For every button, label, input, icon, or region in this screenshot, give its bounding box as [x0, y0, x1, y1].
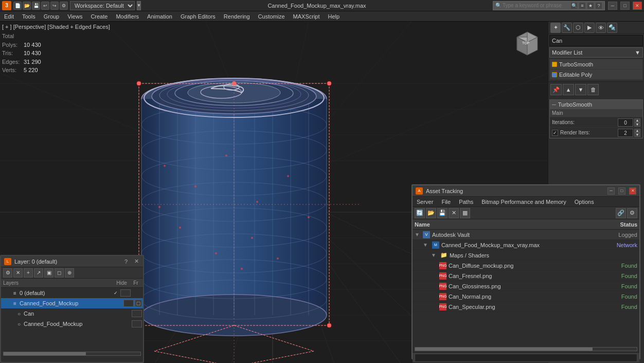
menu-rendering[interactable]: Rendering — [220, 11, 254, 21]
layers-titlebar: L Layer: 0 (default) ? ✕ — [1, 256, 143, 267]
menu-animation[interactable]: Animation — [143, 11, 176, 21]
lp-delete-btn[interactable]: ✕ — [13, 268, 23, 278]
minimize-btn[interactable]: ─ — [608, 2, 617, 10]
asset-menu-paths[interactable]: Paths — [455, 198, 477, 206]
rp-utilities-icon[interactable]: 🔩 — [607, 23, 617, 33]
undo-btn[interactable]: ↩ — [41, 2, 49, 10]
rp-display-icon[interactable]: 👁 — [596, 23, 606, 33]
mod-pin-btn[interactable]: 📌 — [550, 84, 562, 95]
maximize-btn[interactable]: □ — [620, 2, 630, 10]
layer-toggle-default[interactable] — [120, 289, 131, 297]
layer-row-canned-food[interactable]: ≡ Canned_Food_Mockup □ — [1, 298, 143, 308]
asset-tb-extra1[interactable]: 🔗 — [616, 208, 626, 218]
lp-invert-btn[interactable]: ⊕ — [65, 268, 74, 278]
asset-status-input[interactable] — [415, 354, 637, 362]
layer-toggle-cfm[interactable] — [132, 320, 142, 327]
rp-create-icon[interactable]: ✦ — [550, 23, 561, 33]
nav-cube[interactable]: TOP — [512, 27, 543, 58]
new-btn[interactable]: 📄 — [13, 2, 22, 10]
help-btn[interactable]: ? — [595, 2, 602, 9]
layers-scrollbar[interactable] — [3, 352, 141, 356]
close-btn[interactable]: ✕ — [633, 2, 642, 10]
modifier-list-dropdown[interactable]: Modifier List ▼ — [549, 47, 643, 58]
asset-diffuse-row[interactable]: PNG Can_Diffuse_mockup.png Found — [413, 261, 639, 271]
workspace-arrow[interactable]: ▼ — [137, 1, 141, 10]
ts-iterations-spinner[interactable]: 0 ▲ ▼ — [618, 118, 640, 127]
asset-menu-bitmap[interactable]: Bitmap Performance and Memory — [477, 198, 570, 206]
asset-vault-row[interactable]: ▼ V Autodesk Vault Logged — [413, 230, 639, 240]
asset-tb-refresh[interactable]: 🔄 — [415, 208, 425, 218]
menu-customize[interactable]: Customize — [254, 11, 289, 21]
asset-menu-server[interactable]: Server — [413, 198, 437, 206]
menu-group[interactable]: Group — [40, 11, 64, 21]
menu-create[interactable]: Create — [86, 11, 112, 21]
lp-move-to-btn[interactable]: ↗ — [34, 268, 43, 278]
asset-tb-extra2[interactable]: ⚙ — [627, 208, 637, 218]
rp-modify-icon[interactable]: 🔧 — [562, 23, 572, 33]
object-name-input[interactable] — [552, 38, 640, 44]
search-options-btn[interactable]: ≡ — [579, 2, 586, 9]
workspace-dropdown[interactable]: Workspace: Default — [70, 1, 135, 10]
layer-check-canned[interactable] — [115, 300, 122, 307]
asset-fresnel-row[interactable]: PNG Can_Fresnel.png Found — [413, 271, 639, 281]
asset-menu-file[interactable]: File — [437, 198, 455, 206]
layer-box-canned[interactable]: □ — [135, 300, 142, 307]
rp-hierarchy-icon[interactable]: ⬡ — [573, 23, 583, 33]
ts-render-iters-spinner[interactable]: 2 ▲ ▼ — [618, 129, 640, 137]
redo-btn[interactable]: ↪ — [50, 2, 59, 10]
mod-move-down-btn[interactable]: ▼ — [575, 84, 586, 95]
ts-iterations-up[interactable]: ▲ — [634, 118, 640, 123]
search-btn[interactable]: 🔍 — [570, 2, 578, 9]
ts-render-iters-arrows[interactable]: ▲ ▼ — [634, 129, 640, 137]
ts-render-iters-checkbox[interactable]: ✓ — [552, 130, 558, 136]
layer-row-default[interactable]: ≡ 0 (default) ✓ — [1, 288, 143, 298]
lp-select-all-btn[interactable]: ▣ — [44, 268, 53, 278]
asset-maxfile-row[interactable]: ▼ M Canned_Food_Mockup_max_vray.max Netw… — [413, 240, 639, 250]
menu-tools[interactable]: Tools — [18, 11, 40, 21]
asset-normal-row[interactable]: PNG Can_Normal.png Found — [413, 291, 639, 302]
asset-close-btn[interactable]: ✕ — [629, 187, 636, 195]
lp-deselect-btn[interactable]: ◻ — [55, 268, 64, 278]
rp-motion-icon[interactable]: ▶ — [584, 23, 595, 33]
asset-scrollbar[interactable] — [415, 347, 637, 351]
ts-render-iters-up[interactable]: ▲ — [634, 129, 640, 133]
layer-row-cfm-obj[interactable]: ○ Canned_Food_Mockup — [1, 319, 143, 329]
open-btn[interactable]: 📂 — [23, 2, 31, 10]
asset-menu-options[interactable]: Options — [570, 198, 598, 206]
layer-toggle-canned[interactable] — [123, 300, 134, 307]
asset-minimize-btn[interactable]: ─ — [607, 187, 615, 195]
layers-help-btn[interactable]: ? — [124, 258, 128, 265]
layer-row-can[interactable]: ○ Can — [1, 308, 143, 319]
layer-check-default[interactable]: ✓ — [112, 289, 119, 297]
mod-move-up-btn[interactable]: ▲ — [563, 84, 574, 95]
search-input[interactable] — [503, 3, 569, 8]
menu-modifiers[interactable]: Modifiers — [112, 11, 143, 21]
ts-render-iters-down[interactable]: ▼ — [634, 133, 640, 137]
menu-graph-editors[interactable]: Graph Editors — [176, 11, 220, 21]
ts-iterations-arrows[interactable]: ▲ ▼ — [634, 118, 640, 127]
bookmark-btn[interactable]: ★ — [587, 2, 594, 9]
modifier-editablepoly[interactable]: Editable Poly — [550, 70, 642, 80]
asset-maximize-btn[interactable]: □ — [618, 187, 625, 195]
lp-add-btn[interactable]: + — [24, 268, 33, 278]
menu-help[interactable]: Help — [324, 11, 344, 21]
settings-icon[interactable]: ⚙ — [60, 2, 68, 10]
asset-specular-row[interactable]: PNG Can_Specular.png Found — [413, 302, 639, 312]
menu-maxscript[interactable]: MAXScript — [289, 11, 324, 21]
asset-glossiness-row[interactable]: PNG Can_Glossiness.png Found — [413, 281, 639, 291]
menu-views[interactable]: Views — [63, 11, 86, 21]
menu-edit[interactable]: Edit — [0, 11, 18, 21]
layers-close-btn[interactable]: ✕ — [133, 258, 140, 265]
asset-tb-grid[interactable]: ▦ — [460, 208, 470, 218]
layer-toggle-can[interactable] — [132, 310, 142, 317]
mod-delete-btn[interactable]: 🗑 — [587, 84, 599, 95]
lp-settings-btn[interactable]: ⚙ — [3, 268, 12, 278]
asset-tb-delete[interactable]: ✕ — [449, 208, 459, 218]
asset-tb-save[interactable]: 💾 — [437, 208, 448, 218]
ts-iterations-down[interactable]: ▼ — [634, 123, 640, 127]
asset-maps-row[interactable]: ▼ 📁 Maps / Shaders — [413, 250, 639, 261]
layers-list: ≡ 0 (default) ✓ ≡ Canned_Food_Mockup □ ○… — [1, 288, 143, 351]
asset-tb-open[interactable]: 📂 — [426, 208, 436, 218]
save-btn[interactable]: 💾 — [32, 2, 40, 10]
modifier-turbosmooth[interactable]: TurboSmooth — [550, 59, 642, 70]
